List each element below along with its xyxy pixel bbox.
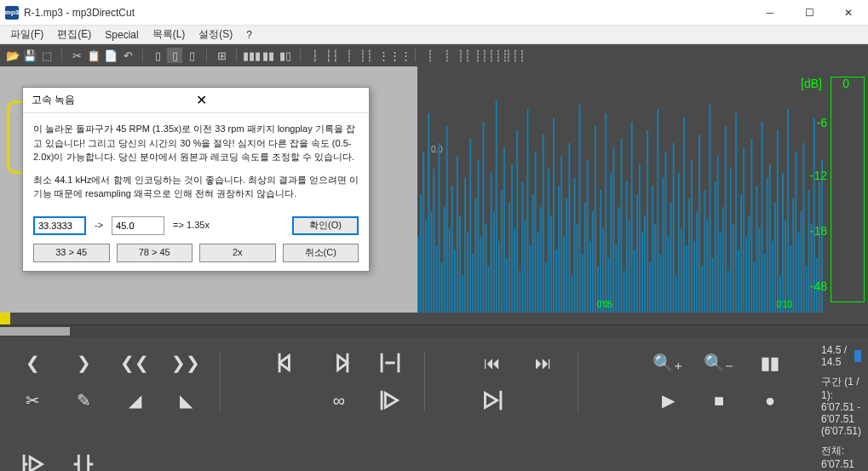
open-icon[interactable]: 📂 (5, 48, 20, 63)
menu-list[interactable]: 목록(L) (146, 26, 193, 43)
svg-rect-70 (600, 190, 601, 313)
skip-start-button[interactable]: ⏮ (475, 348, 509, 377)
mark4-icon[interactable]: ┊┊ (359, 48, 374, 63)
skip-end-button[interactable]: ⏭ (526, 348, 560, 377)
ruler2-icon[interactable]: ┊ (440, 48, 455, 63)
play-around-button[interactable] (66, 450, 101, 472)
rewind-button[interactable]: ❮❮ (118, 348, 152, 377)
to-input[interactable] (112, 216, 164, 235)
svg-rect-105 (691, 160, 693, 313)
mark-out-button[interactable] (322, 348, 356, 377)
svg-rect-135 (769, 164, 771, 313)
waveform-canvas[interactable]: 0'05 0'10 (417, 66, 825, 313)
bars3-icon[interactable]: ▮▯ (278, 48, 293, 63)
scrollbar-thumb[interactable] (0, 327, 70, 336)
play-from-button[interactable] (15, 450, 49, 472)
ruler5-icon[interactable]: ┊┊┊ (491, 48, 506, 63)
menu-settings[interactable]: 설정(S) (192, 26, 239, 43)
mark6-icon[interactable]: ⋮⋮ (393, 48, 408, 63)
next-button[interactable]: ❯ (66, 348, 101, 377)
menu-edit[interactable]: 편집(E) (50, 26, 98, 43)
undo-icon[interactable]: ↶ (120, 48, 135, 63)
controls-panel: ❮ ❯ ❮❮ ❯❯ ⏮ ⏭ ✂ ✎ ◢ ◣ ∞ 🔍₊ 🔍₋ ▮▮ ▶ ■ ● 1… (0, 337, 868, 471)
window-title: R-1.mp3 - mp3DirectCut (24, 7, 750, 19)
svg-rect-8 (438, 143, 440, 313)
svg-rect-54 (558, 186, 560, 313)
svg-rect-132 (762, 122, 763, 313)
svg-rect-33 (503, 147, 505, 313)
svg-rect-31 (498, 241, 500, 313)
marker-strip[interactable] (0, 313, 868, 325)
svg-rect-13 (451, 186, 453, 313)
maximize-button[interactable]: ☐ (790, 0, 829, 26)
svg-rect-11 (446, 126, 448, 313)
stop-button[interactable]: ■ (702, 386, 736, 415)
svg-rect-92 (657, 109, 658, 313)
range-button[interactable] (373, 348, 407, 377)
prev-button[interactable]: ❮ (15, 348, 49, 377)
mark1-icon[interactable]: ┆ (308, 48, 323, 63)
svg-rect-41 (524, 220, 526, 313)
play-button[interactable]: ▶ (651, 386, 685, 415)
pause-button[interactable]: ▮▮ (753, 348, 787, 377)
mark2-icon[interactable]: ┆┆ (325, 48, 340, 63)
record-button[interactable]: ● (753, 386, 787, 415)
doc3-icon[interactable]: ▯ (184, 48, 199, 63)
scrollbar[interactable] (0, 325, 868, 337)
bars2-icon[interactable]: ▮▮ (261, 48, 276, 63)
zoom-out-button[interactable]: 🔍₋ (702, 348, 736, 377)
fade-in-button[interactable]: ◢ (118, 386, 152, 415)
svg-rect-99 (675, 275, 677, 313)
play-sel-button[interactable] (373, 386, 407, 415)
zoom-in-button[interactable]: 🔍₊ (651, 348, 685, 377)
menu-special[interactable]: Special (98, 27, 145, 43)
preset-33-45-button[interactable]: 33 > 45 (33, 244, 110, 262)
zoom-icon[interactable]: ⊞ (214, 48, 229, 63)
edit-button[interactable]: ✎ (66, 386, 101, 415)
svg-rect-52 (553, 118, 555, 313)
info-panel: 14.5 / 14.5 구간 (1 / 1): 6'07.51 - 6'07.5… (811, 337, 868, 471)
save-sel-icon[interactable]: ⬚ (39, 48, 55, 63)
speed-dialog: 고속 녹음 ✕ 이 놀라운 돌파구가 45 RPM (1.35x)로 이전 33… (22, 87, 370, 272)
svg-rect-125 (743, 147, 744, 313)
svg-rect-131 (759, 228, 761, 313)
close-button[interactable]: ✕ (829, 0, 868, 26)
paste-icon[interactable]: 📄 (103, 48, 118, 63)
loop-button[interactable]: ∞ (322, 386, 356, 415)
copy-icon[interactable]: 📋 (86, 48, 101, 63)
ruler3-icon[interactable]: ┊┊ (457, 48, 472, 63)
cut-icon[interactable]: ✂ (69, 48, 84, 63)
svg-rect-27 (488, 267, 490, 313)
cut-button[interactable]: ✂ (15, 386, 49, 415)
ruler6-icon[interactable]: ┊┊┊ (508, 48, 523, 63)
minimize-button[interactable]: ─ (750, 0, 790, 26)
preset-2x-button[interactable]: 2x (199, 244, 276, 262)
mark-in-button[interactable] (271, 348, 305, 377)
doc2-icon[interactable]: ▯ (167, 48, 182, 63)
from-input[interactable] (33, 216, 86, 235)
play-to-button[interactable] (475, 386, 509, 415)
svg-rect-22 (474, 198, 476, 313)
forward-button[interactable]: ❯❯ (169, 348, 203, 377)
dialog-close-button[interactable]: ✕ (196, 92, 360, 108)
mark3-icon[interactable]: ┊ (342, 48, 357, 63)
fade-out-button[interactable]: ◣ (169, 386, 203, 415)
ok-button[interactable]: 확인(O) (292, 216, 359, 235)
menu-file[interactable]: 파일(F) (3, 26, 50, 43)
db-tick-4: -48 (810, 279, 827, 293)
svg-rect-29 (493, 211, 495, 313)
cancel-button[interactable]: 취소(C) (283, 244, 359, 262)
menu-help[interactable]: ? (239, 27, 259, 43)
svg-rect-102 (683, 118, 685, 313)
svg-rect-123 (738, 250, 739, 313)
preset-78-45-button[interactable]: 78 > 45 (117, 244, 193, 262)
svg-rect-20 (469, 139, 471, 313)
svg-rect-7 (435, 245, 437, 313)
ruler1-icon[interactable]: ┊ (423, 48, 438, 63)
svg-rect-12 (449, 228, 451, 313)
ruler4-icon[interactable]: ┊┊ (474, 48, 489, 63)
dialog-para1: 이 놀라운 돌파구가 45 RPM (1.35x)로 이전 33 rpm 패키지… (33, 122, 359, 164)
save-icon[interactable]: 💾 (22, 48, 37, 63)
doc1-icon[interactable]: ▯ (150, 48, 165, 63)
bars1-icon[interactable]: ▮▮▮ (244, 48, 259, 63)
